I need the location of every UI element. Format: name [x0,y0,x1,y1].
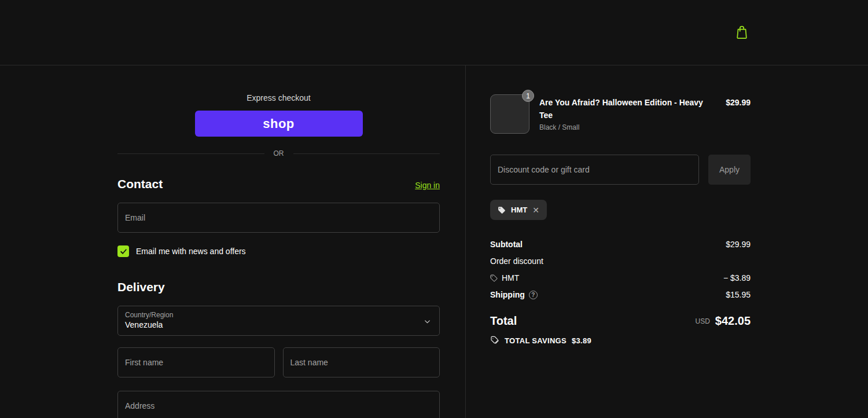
newsletter-label: Email me with news and offers [136,247,246,256]
sign-in-link[interactable]: Sign in [415,181,440,190]
apply-discount-button[interactable]: Apply [708,155,751,185]
discount-amount: − $3.89 [723,273,751,283]
tag-icon [498,206,506,214]
email-field[interactable] [117,203,440,233]
total-row: Total USD $42.05 [490,314,751,328]
subtotal-label: Subtotal [490,240,523,249]
discount-chip-code: HMT [511,206,527,214]
checkmark-icon [120,248,127,255]
total-savings-label: TOTAL SAVINGS [505,336,567,345]
tag-icon [490,274,498,282]
contact-heading: Contact [117,177,163,191]
cost-summary: Subtotal $29.99 Order discount HMT − $3.… [490,240,751,299]
country-select-label: Country/Region [125,311,418,319]
order-summary-pane: 1 Are You Afraid? Halloween Edition - He… [466,65,751,418]
total-savings-value: $3.89 [572,336,591,345]
shipping-help-icon[interactable]: ? [529,291,538,299]
subtotal-row: Subtotal $29.99 [490,240,751,249]
divider-line [293,153,440,154]
first-name-field[interactable] [117,347,275,377]
shop-pay-button[interactable]: shop [195,111,363,137]
total-amount: $42.05 [715,314,751,328]
shipping-value: $15.95 [726,290,751,299]
discount-code-summary-row: HMT − $3.89 [490,273,751,283]
quantity-badge: 1 [522,90,534,102]
checkout-body: Express checkout shop OR Contact Sign in… [117,65,751,418]
country-select[interactable]: Country/Region Venezuela [117,306,440,336]
newsletter-opt-in[interactable]: Email me with news and offers [117,245,440,257]
last-name-field[interactable] [283,347,440,377]
total-label: Total [490,314,517,328]
chevron-down-icon [424,318,431,325]
delivery-heading: Delivery [117,280,440,294]
shop-pay-logo: shop [263,116,295,131]
product-info: Are You Afraid? Halloween Edition - Heav… [539,94,710,134]
contact-section-header: Contact Sign in [117,177,440,191]
discount-code-input[interactable] [490,155,699,185]
currency-code: USD [695,317,709,325]
checkout-form-pane: Express checkout shop OR Contact Sign in… [117,65,466,418]
discount-code-label: HMT [490,273,519,283]
or-divider: OR [117,149,440,157]
discount-code-text: HMT [502,273,519,283]
shipping-row: Shipping ? $15.95 [490,290,751,299]
order-discount-label: Order discount [490,256,543,266]
product-variant: Black / Small [539,123,710,131]
cart-line-item: 1 Are You Afraid? Halloween Edition - He… [490,94,751,134]
cart-bag-icon[interactable] [734,24,751,41]
product-price: $29.99 [726,94,751,134]
country-select-value: Venezuela [125,320,418,329]
name-fields-row [117,336,440,377]
divider-line [117,153,264,154]
product-thumbnail: 1 [490,94,529,134]
order-discount-row: Order discount [490,256,751,266]
express-checkout-label: Express checkout [117,93,440,102]
applied-discount-chip: HMT ✕ [490,200,547,220]
shipping-label: Shipping [490,290,525,299]
newsletter-checkbox[interactable] [117,245,129,257]
address-field[interactable] [117,391,440,418]
subtotal-value: $29.99 [726,240,751,249]
product-title: Are You Afraid? Halloween Edition - Heav… [539,97,710,122]
discount-code-row: Apply [490,155,751,185]
double-tag-icon [490,336,499,345]
remove-discount-icon[interactable]: ✕ [532,206,539,214]
checkout-header [0,0,868,65]
or-label: OR [274,149,284,157]
total-savings-row: TOTAL SAVINGS $3.89 [490,336,751,345]
